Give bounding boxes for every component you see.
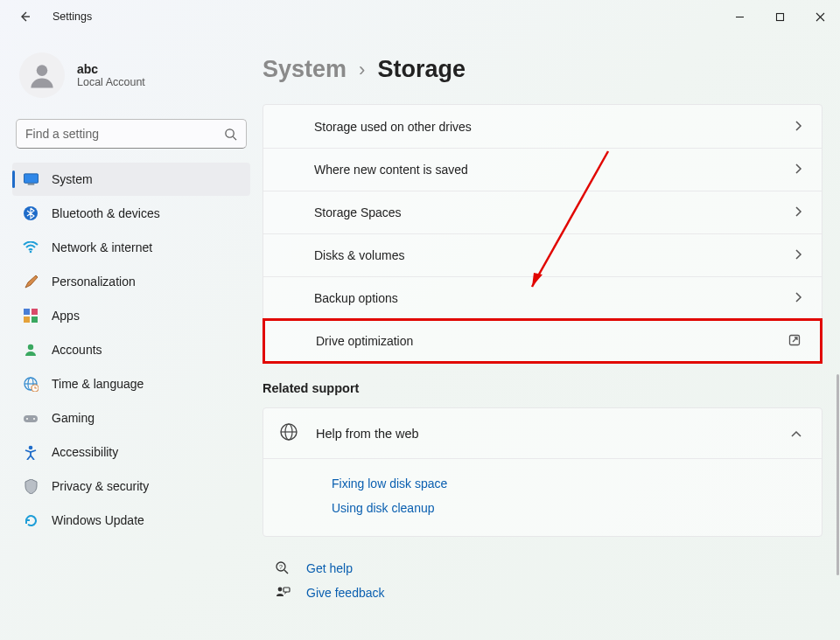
web-help-icon — [279, 422, 298, 444]
maximize-icon — [775, 12, 785, 22]
scrollbar[interactable] — [836, 374, 839, 575]
svg-line-4 — [233, 136, 236, 140]
footer-link-label: Get help — [306, 561, 353, 575]
avatar-icon — [26, 59, 58, 91]
back-button[interactable] — [10, 3, 38, 31]
sidebar-item-network[interactable]: Network & internet — [12, 231, 250, 264]
svg-point-20 — [33, 418, 35, 420]
window-controls — [719, 3, 840, 31]
sidebar-item-privacy[interactable]: Privacy & security — [12, 470, 250, 503]
sidebar-item-label: Accounts — [52, 343, 102, 357]
maximize-button[interactable] — [760, 3, 800, 31]
chevron-right-icon — [794, 248, 802, 262]
svg-rect-32 — [284, 588, 290, 592]
monitor-icon — [23, 171, 38, 187]
chevron-right-icon: › — [359, 59, 365, 81]
help-icon: ? — [275, 560, 290, 576]
settings-window: Settings abc Local Account — [0, 0, 840, 640]
search-icon — [224, 128, 237, 141]
close-icon — [816, 12, 825, 22]
row-label: Drive optimization — [316, 334, 413, 348]
footer-link-label: Give feedback — [306, 586, 385, 600]
update-icon — [23, 512, 38, 528]
storage-panel: Storage used on other drives Where new c… — [262, 104, 822, 364]
search-input[interactable] — [25, 127, 224, 141]
arrow-left-icon — [18, 10, 32, 24]
titlebar-left: Settings — [10, 3, 92, 31]
sidebar-item-label: Accessibility — [52, 445, 118, 459]
sidebar-item-system[interactable]: System — [12, 163, 250, 196]
sidebar: abc Local Account System Bluetooth & dev… — [0, 33, 262, 640]
sidebar-item-label: Windows Update — [52, 513, 144, 527]
get-help-link[interactable]: ? Get help — [262, 556, 822, 581]
chevron-right-icon — [794, 205, 802, 219]
sidebar-item-label: Network & internet — [52, 240, 152, 254]
chevron-right-icon — [794, 163, 802, 177]
give-feedback-link[interactable]: Give feedback — [262, 581, 822, 605]
help-link-disk-cleanup[interactable]: Using disk cleanup — [332, 496, 802, 520]
user-name: abc — [77, 62, 145, 76]
row-label: Disks & volumes — [314, 248, 404, 262]
help-card-header[interactable]: Help from the web — [263, 408, 822, 459]
sidebar-item-update[interactable]: Windows Update — [12, 504, 250, 537]
sidebar-item-apps[interactable]: Apps — [12, 299, 250, 332]
sidebar-item-label: System — [52, 172, 93, 186]
svg-rect-18 — [24, 415, 38, 422]
svg-point-21 — [29, 445, 33, 449]
row-storage-spaces[interactable]: Storage Spaces — [263, 191, 822, 233]
svg-rect-1 — [776, 13, 783, 20]
svg-point-8 — [30, 251, 32, 254]
svg-point-2 — [37, 65, 48, 76]
minimize-button[interactable] — [719, 3, 760, 31]
svg-point-3 — [226, 129, 234, 136]
svg-rect-5 — [24, 174, 38, 183]
page-title: Storage — [377, 56, 466, 83]
chevron-right-icon — [794, 120, 802, 134]
sidebar-item-personalization[interactable]: Personalization — [12, 265, 250, 298]
nav: System Bluetooth & devices Network & int… — [12, 163, 250, 537]
row-storage-other-drives[interactable]: Storage used on other drives — [263, 105, 822, 148]
related-support-title: Related support — [262, 381, 822, 395]
sidebar-item-label: Privacy & security — [52, 479, 149, 493]
row-drive-optimization[interactable]: Drive optimization — [262, 318, 822, 364]
row-where-saved[interactable]: Where new content is saved — [263, 148, 822, 191]
sidebar-item-accounts[interactable]: Accounts — [12, 333, 250, 366]
svg-rect-10 — [32, 309, 38, 315]
svg-point-31 — [278, 588, 283, 592]
user-subtitle: Local Account — [77, 76, 145, 88]
row-label: Where new content is saved — [314, 163, 468, 177]
main: System › Storage Storage used on other d… — [262, 33, 840, 640]
row-label: Backup options — [314, 291, 398, 305]
wifi-icon — [23, 240, 38, 255]
breadcrumb-parent[interactable]: System — [262, 56, 346, 83]
sidebar-item-label: Gaming — [52, 411, 94, 425]
globe-clock-icon — [23, 376, 38, 392]
content: abc Local Account System Bluetooth & dev… — [0, 33, 840, 640]
search-box[interactable] — [16, 119, 247, 149]
svg-text:?: ? — [279, 564, 283, 570]
shield-icon — [23, 478, 38, 494]
minimize-icon — [735, 12, 745, 22]
svg-rect-12 — [32, 317, 38, 323]
svg-line-29 — [284, 570, 288, 574]
sidebar-item-gaming[interactable]: Gaming — [12, 401, 250, 435]
accessibility-icon — [23, 444, 38, 460]
help-card-title: Help from the web — [316, 427, 419, 441]
svg-point-13 — [28, 344, 33, 350]
sidebar-item-time-language[interactable]: Time & language — [12, 367, 250, 400]
user-block[interactable]: abc Local Account — [12, 42, 250, 108]
sidebar-item-accessibility[interactable]: Accessibility — [12, 435, 250, 469]
sidebar-item-bluetooth[interactable]: Bluetooth & devices — [12, 197, 250, 230]
help-link-low-disk-space[interactable]: Fixing low disk space — [332, 471, 802, 496]
svg-point-19 — [26, 418, 28, 420]
titlebar: Settings — [0, 0, 840, 33]
chevron-right-icon — [794, 291, 802, 305]
feedback-icon — [275, 585, 290, 601]
close-button[interactable] — [800, 3, 840, 31]
apps-icon — [23, 308, 38, 323]
row-label: Storage Spaces — [314, 205, 402, 219]
row-backup-options[interactable]: Backup options — [263, 276, 822, 319]
gamepad-icon — [23, 410, 38, 426]
row-disks-volumes[interactable]: Disks & volumes — [263, 233, 822, 276]
person-icon — [23, 342, 38, 358]
